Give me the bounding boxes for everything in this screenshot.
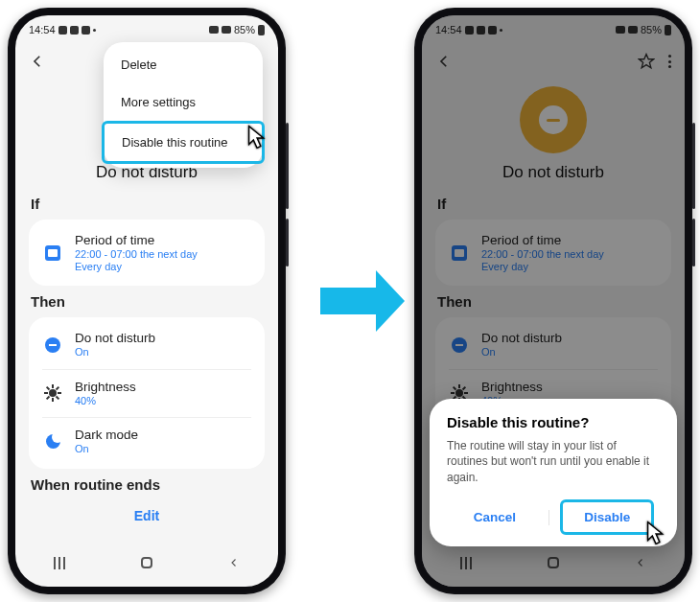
- if-repeat: Every day: [75, 261, 198, 272]
- then-row-brightness[interactable]: Brightness 40%: [29, 370, 265, 417]
- menu-item-disable[interactable]: Disable this routine: [102, 121, 265, 164]
- then-sub: 40%: [75, 394, 136, 407]
- then-card: Do not disturb On: [29, 317, 265, 469]
- nav-bar: [15, 546, 278, 579]
- moon-icon: [46, 434, 60, 449]
- if-card[interactable]: Period of time 22:00 - 07:00 the next da…: [29, 220, 265, 286]
- status-battery-text: 85%: [234, 24, 255, 35]
- status-time: 14:54: [29, 24, 56, 35]
- vibrate-icon: [209, 26, 219, 34]
- if-time: 22:00 - 07:00 the next day: [75, 247, 198, 261]
- edit-button[interactable]: Edit: [29, 500, 265, 523]
- dialog-title: Disable this routine?: [447, 414, 660, 430]
- phone-before: 14:54 85%: [8, 8, 286, 594]
- if-title: Period of time: [75, 233, 198, 247]
- nav-home-icon[interactable]: [141, 557, 152, 568]
- disable-button[interactable]: Disable: [560, 499, 654, 535]
- nav-back-icon[interactable]: [228, 557, 240, 568]
- cursor-icon: [642, 520, 671, 548]
- then-title: Brightness: [75, 380, 136, 394]
- if-row-period[interactable]: Period of time 22:00 - 07:00 the next da…: [29, 223, 265, 282]
- then-row-dnd[interactable]: Do not disturb On: [29, 321, 265, 368]
- back-icon[interactable]: [29, 53, 46, 70]
- then-sub: On: [75, 345, 155, 359]
- phone-after: 14:54 85%: [414, 8, 692, 594]
- section-ends-label: When routine ends: [31, 476, 263, 493]
- nav-recent-icon[interactable]: [54, 557, 65, 569]
- then-title: Do not disturb: [75, 331, 155, 345]
- then-title: Dark mode: [75, 428, 138, 442]
- menu-item-delete[interactable]: Delete: [104, 46, 263, 83]
- disable-dialog: Disable this routine? The routine will s…: [430, 399, 677, 546]
- section-then-label: Then: [31, 293, 263, 310]
- transition-arrow-icon: [312, 288, 388, 314]
- calendar-icon: [45, 245, 60, 261]
- battery-icon: [258, 25, 265, 35]
- section-if-label: If: [31, 196, 263, 212]
- status-bar: 14:54 85%: [15, 15, 278, 44]
- dnd-icon: [45, 337, 60, 353]
- brightness-icon: [45, 385, 60, 401]
- dialog-body: The routine will stay in your list of ro…: [447, 438, 660, 486]
- menu-item-more[interactable]: More settings: [104, 83, 263, 121]
- status-more-icon: [93, 29, 96, 32]
- status-notif-icon: [70, 26, 79, 35]
- then-sub: On: [75, 442, 138, 455]
- cancel-button[interactable]: Cancel: [453, 502, 537, 532]
- status-notif-icon: [82, 26, 90, 35]
- status-notif-icon: [58, 26, 67, 35]
- then-row-darkmode[interactable]: Dark mode On: [29, 418, 265, 465]
- cursor-icon: [244, 124, 272, 152]
- dialog-separator: [548, 510, 549, 525]
- overflow-menu: Delete More settings Disable this routin…: [104, 42, 263, 168]
- wifi-icon: [222, 26, 231, 34]
